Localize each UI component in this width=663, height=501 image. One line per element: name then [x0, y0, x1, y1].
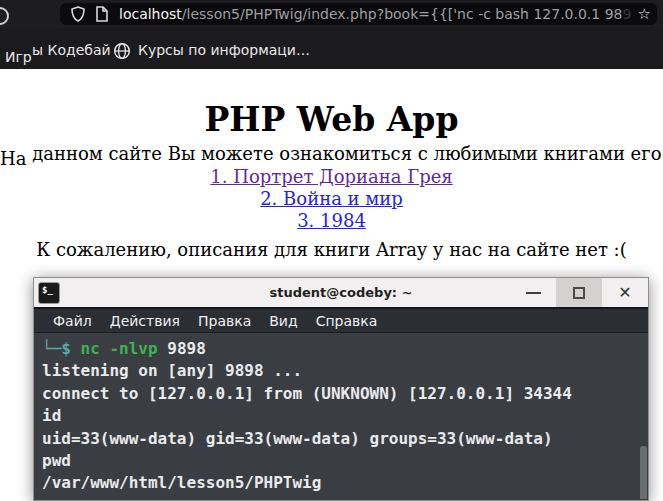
shield-icon[interactable] — [71, 6, 85, 22]
url-host: localhost — [119, 6, 182, 22]
url-path: /lesson5/PHPTwig/index.php?book={{['nc -… — [182, 6, 623, 22]
terminal-title: student@codeby: ~ — [34, 285, 648, 300]
terminal-line: └─$ nc -nlvp 9898 — [42, 338, 648, 360]
url-bar[interactable]: localhost/lesson5/PHPTwig/index.php?book… — [60, 3, 657, 25]
bookmark-star-icon[interactable]: ☆ — [638, 5, 651, 23]
url-path-faded: 9 — [622, 6, 631, 22]
book-link[interactable]: 1. Портрет Дориана Грея — [0, 166, 663, 188]
bookmarks-bar: Игр ы Кодебай Курсы по информаци… — [0, 28, 663, 69]
terminal-window: $_ student@codeby: ~ ✕ ФайлДействияПравк… — [33, 277, 649, 501]
page-info-icon[interactable] — [95, 6, 108, 22]
screen: localhost/lesson5/PHPTwig/index.php?book… — [0, 0, 663, 501]
menu-item[interactable]: Файл — [44, 313, 101, 329]
menu-item[interactable]: Действия — [101, 313, 189, 329]
terminal-titlebar[interactable]: $_ student@codeby: ~ ✕ — [34, 278, 648, 307]
terminal-line: uid=33(www-data) gid=33(www-data) groups… — [42, 428, 648, 450]
book-link[interactable]: 2. Война и мир — [0, 188, 663, 210]
bookmark-item-courses[interactable]: Курсы по информаци… — [138, 42, 310, 58]
browser-toolbar: localhost/lesson5/PHPTwig/index.php?book… — [0, 0, 663, 28]
terminal-body[interactable]: └─$ nc -nlvp 9898listening on [any] 9898… — [34, 333, 648, 499]
bookmark-item-games[interactable]: Игр — [5, 49, 32, 65]
terminal-line: /var/www/html/lesson5/PHPTwig — [42, 472, 648, 494]
terminal-line: pwd — [42, 450, 648, 472]
globe-icon — [113, 42, 131, 60]
url-text[interactable]: localhost/lesson5/PHPTwig/index.php?book… — [119, 6, 634, 22]
terminal-line: id — [42, 405, 648, 427]
terminal-line: ^C — [42, 495, 648, 499]
partial-reload-icon — [0, 7, 9, 25]
menu-item[interactable]: Справка — [307, 313, 387, 329]
menu-item[interactable]: Правка — [189, 313, 260, 329]
terminal-scrollbar-thumb[interactable] — [640, 446, 647, 499]
intro-text: На данном сайте Вы можете ознакомиться с… — [0, 143, 663, 164]
error-message: К сожалению, описания для книги Array у … — [0, 239, 663, 260]
menu-item[interactable]: Вид — [260, 313, 306, 329]
intro-rest: данном сайте Вы можете ознакомиться с лю… — [26, 143, 663, 164]
terminal-menubar: ФайлДействияПравкаВидСправка — [34, 307, 648, 333]
terminal-line: connect to [127.0.0.1] from (UNKNOWN) [1… — [42, 383, 648, 405]
book-link[interactable]: 3. 1984 — [0, 210, 663, 232]
book-links: 1. Портрет Дориана Грея2. Война и мир3. … — [0, 166, 663, 232]
bookmark-item-codeby[interactable]: ы Кодебай — [32, 42, 111, 58]
page-title: PHP Web App — [0, 100, 663, 139]
terminal-line: listening on [any] 9898 ... — [42, 360, 648, 382]
